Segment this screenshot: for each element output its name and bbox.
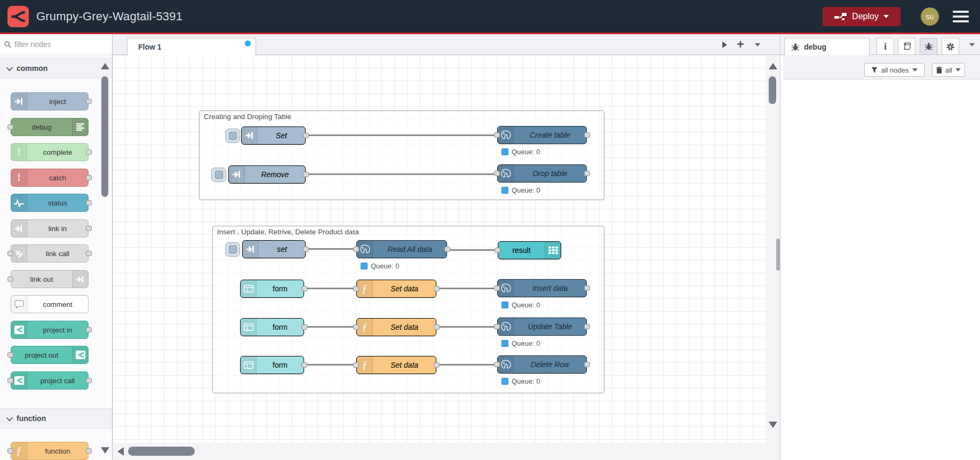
wire[interactable]: [436, 288, 497, 289]
node-form[interactable]: form: [240, 280, 304, 298]
output-port[interactable]: [86, 327, 92, 332]
output-port[interactable]: [444, 247, 450, 252]
inject-trigger-button[interactable]: [225, 242, 240, 257]
node-inject-set[interactable]: Set: [241, 126, 306, 145]
debug-filter-button[interactable]: all nodes: [864, 63, 925, 77]
output-port[interactable]: [584, 324, 590, 329]
input-port[interactable]: [494, 285, 500, 291]
output-port[interactable]: [584, 362, 590, 367]
output-port[interactable]: [86, 251, 92, 256]
group-create-drop-table[interactable]: Creating and Droping Table: [199, 110, 604, 200]
wire[interactable]: [436, 326, 497, 328]
output-port[interactable]: [86, 99, 92, 104]
node-function-set-data[interactable]: ƒ Set data: [356, 280, 436, 298]
palette-scroll-down-arrow[interactable]: [101, 447, 109, 454]
palette-node-inject[interactable]: inject: [11, 92, 89, 110]
inject-trigger-button[interactable]: [225, 129, 240, 143]
palette-node-complete[interactable]: ! complete: [11, 143, 89, 161]
output-port[interactable]: [303, 133, 309, 138]
wire[interactable]: [447, 249, 498, 251]
input-port[interactable]: [353, 247, 359, 252]
input-port[interactable]: [353, 362, 359, 368]
flow-list-dropdown-button[interactable]: [750, 34, 766, 55]
palette-node-link-in[interactable]: link in: [11, 219, 89, 237]
wire[interactable]: [306, 134, 497, 136]
user-avatar[interactable]: su: [921, 7, 939, 26]
input-port[interactable]: [7, 251, 13, 256]
wire[interactable]: [306, 248, 356, 250]
output-port[interactable]: [434, 362, 440, 368]
node-postgres-delete-row[interactable]: Delete Row: [497, 355, 587, 374]
output-port[interactable]: [86, 226, 92, 231]
debug-message-list[interactable]: [783, 80, 980, 460]
output-port[interactable]: [303, 172, 309, 177]
canvas-scroll-down-arrow[interactable]: [769, 422, 777, 428]
node-postgres-update-table[interactable]: Update Table: [497, 318, 587, 336]
output-port[interactable]: [434, 286, 440, 291]
sidebar-resize-grip[interactable]: [776, 239, 780, 271]
wire[interactable]: [304, 288, 356, 289]
node-form[interactable]: form: [240, 318, 304, 336]
input-port[interactable]: [7, 124, 13, 130]
node-function-set-data[interactable]: ƒ Set data: [356, 356, 436, 374]
wire[interactable]: [304, 326, 356, 328]
flow-grid[interactable]: Creating and Droping Table Insert , Upda…: [113, 55, 766, 443]
palette-node-project-in[interactable]: project in: [11, 321, 89, 339]
node-inject-set-lower[interactable]: set: [242, 240, 306, 258]
input-port[interactable]: [494, 362, 500, 367]
node-table-result[interactable]: result: [498, 241, 561, 259]
node-postgres-create-table[interactable]: Create table: [497, 126, 587, 144]
add-flow-button[interactable]: +: [732, 34, 748, 55]
output-port[interactable]: [301, 362, 307, 368]
output-port[interactable]: [86, 149, 92, 155]
node-inject-remove[interactable]: Remove: [228, 165, 306, 184]
canvas-scroll-up-arrow[interactable]: [769, 63, 777, 69]
output-port[interactable]: [86, 448, 92, 454]
palette-node-comment[interactable]: comment: [11, 295, 89, 313]
node-postgres-drop-table[interactable]: Drop table: [497, 164, 587, 183]
palette-node-link-call[interactable]: link call: [11, 244, 89, 263]
input-port[interactable]: [494, 132, 500, 138]
output-port[interactable]: [301, 324, 307, 330]
node-form[interactable]: form: [240, 356, 304, 374]
info-panel-button[interactable]: i: [877, 38, 894, 55]
canvas-vertical-thumb[interactable]: [769, 76, 776, 104]
palette-scrollbar-thumb[interactable]: [101, 76, 108, 197]
palette-category-common[interactable]: common: [0, 58, 112, 78]
input-port[interactable]: [353, 324, 359, 330]
node-postgres-read-all-data[interactable]: Read All data: [356, 240, 447, 258]
palette-scroll-up-arrow[interactable]: [101, 63, 109, 69]
input-port[interactable]: [495, 248, 500, 253]
palette-node-link-out[interactable]: link out: [11, 270, 89, 288]
deploy-dropdown-icon[interactable]: [883, 15, 889, 18]
output-port[interactable]: [86, 175, 92, 180]
output-port[interactable]: [303, 247, 309, 252]
wire[interactable]: [306, 173, 497, 175]
debug-panel-button[interactable]: [920, 38, 937, 55]
help-panel-button[interactable]: [898, 38, 915, 55]
inject-trigger-button[interactable]: [211, 168, 226, 182]
flow-tab[interactable]: Flow 1: [127, 38, 256, 55]
output-port[interactable]: [434, 324, 440, 330]
input-port[interactable]: [494, 324, 500, 329]
output-port[interactable]: [584, 132, 590, 138]
node-postgres-insert-data[interactable]: Insert data: [497, 279, 587, 297]
palette-node-catch[interactable]: ! catch: [11, 169, 89, 187]
output-port[interactable]: [584, 285, 590, 291]
canvas-horizontal-scrollbar[interactable]: [113, 443, 780, 460]
palette-filter-input[interactable]: [14, 40, 94, 49]
sidebar-tab-debug[interactable]: debug: [784, 38, 870, 55]
main-menu-button[interactable]: [953, 11, 969, 22]
output-port[interactable]: [584, 171, 590, 176]
output-port[interactable]: [86, 378, 92, 383]
debug-clear-button[interactable]: all: [932, 63, 965, 77]
node-function-set-data[interactable]: ƒ Set data: [356, 318, 436, 336]
palette-category-function[interactable]: function: [0, 408, 112, 429]
input-port[interactable]: [353, 286, 359, 291]
canvas-scroll-left-arrow[interactable]: [117, 447, 124, 456]
palette-node-function[interactable]: ƒ function: [11, 442, 89, 460]
palette-node-project-out[interactable]: project out: [11, 346, 89, 364]
palette-node-project-call[interactable]: project call: [11, 371, 89, 390]
palette-node-status[interactable]: status: [11, 194, 89, 212]
output-port[interactable]: [86, 200, 92, 205]
